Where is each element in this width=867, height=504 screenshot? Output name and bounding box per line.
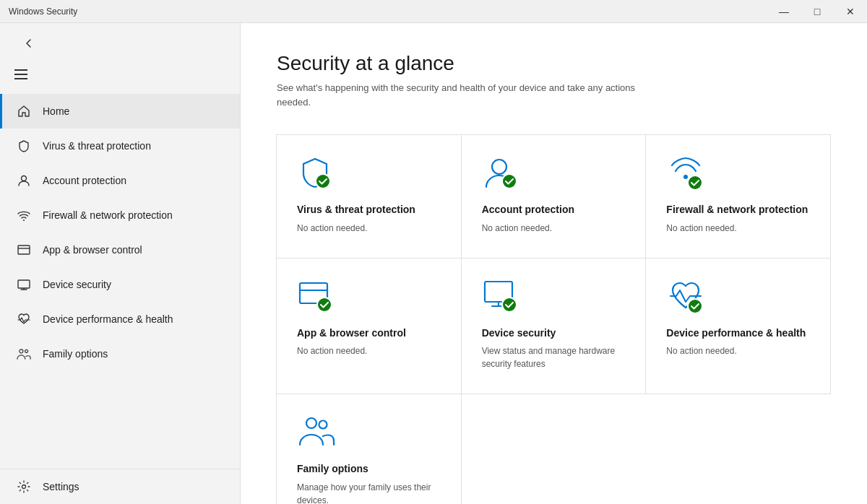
svg-point-21 <box>318 298 331 311</box>
svg-rect-4 <box>18 280 30 288</box>
card-family-desc: Manage how your family uses their device… <box>297 481 441 504</box>
browser-icon <box>17 243 31 257</box>
card-family-title: Family options <box>297 462 441 477</box>
card-virus-title: Virus & threat protection <box>297 203 441 217</box>
svg-point-12 <box>492 160 506 174</box>
sidebar-bottom: Settings <box>0 469 240 504</box>
sidebar-item-settings[interactable]: Settings <box>0 469 240 504</box>
card-app-browser-title: App & browser control <box>297 326 441 341</box>
card-device-security-desc: View status and manage hardware security… <box>482 344 626 370</box>
page-title: Security at a glance <box>277 52 831 75</box>
card-icon-virus <box>297 155 335 193</box>
card-virus[interactable]: Virus & threat protection No action need… <box>276 134 462 258</box>
svg-point-7 <box>20 349 23 353</box>
home-icon <box>17 104 31 118</box>
card-firewall[interactable]: Firewall & network protection No action … <box>645 134 831 258</box>
sidebar-item-device-health-label: Device performance & health <box>43 313 173 325</box>
card-icon-device-security <box>482 279 519 316</box>
card-device-health-title: Device performance & health <box>666 326 810 341</box>
window-controls: — □ ✕ <box>767 0 867 23</box>
sidebar-item-account-label: Account protection <box>43 175 126 186</box>
sidebar-item-family-label: Family options <box>43 348 108 360</box>
sidebar-item-app-browser-label: App & browser control <box>43 244 142 256</box>
card-device-health[interactable]: Device performance & health No action ne… <box>645 258 831 395</box>
health-icon <box>17 312 31 326</box>
sidebar-item-virus[interactable]: Virus & threat protection <box>0 129 240 163</box>
card-device-health-desc: No action needed. <box>666 344 810 357</box>
svg-point-9 <box>22 485 26 489</box>
svg-point-29 <box>306 418 316 428</box>
titlebar: Windows Security — □ ✕ <box>0 0 867 23</box>
person-icon <box>17 173 31 188</box>
app-body: Home Virus & threat protection <box>0 23 867 504</box>
nav-menu: Home Virus & threat protection <box>0 94 240 371</box>
sidebar-item-home-label: Home <box>43 105 69 117</box>
device-icon <box>17 277 31 292</box>
svg-point-28 <box>689 300 702 313</box>
sidebar-item-device-security-label: Device security <box>43 279 111 290</box>
hamburger-button[interactable] <box>12 66 30 82</box>
svg-point-30 <box>319 421 327 429</box>
app-title: Windows Security <box>9 6 77 17</box>
sidebar-item-app-browser[interactable]: App & browser control <box>0 233 240 267</box>
card-app-browser-desc: No action needed. <box>297 344 441 357</box>
sidebar-item-device-health[interactable]: Device performance & health <box>0 302 240 336</box>
svg-point-17 <box>689 176 702 189</box>
svg-point-11 <box>316 175 329 188</box>
sidebar-item-settings-label: Settings <box>43 481 79 492</box>
card-account-desc: No action needed. <box>482 222 626 235</box>
page-subtitle: See what's happening with the security a… <box>277 81 652 109</box>
card-icon-firewall <box>666 155 704 193</box>
card-icon-account <box>482 155 519 193</box>
card-firewall-desc: No action needed. <box>666 222 810 235</box>
card-family[interactable]: Family options Manage how your family us… <box>276 394 462 504</box>
card-account-title: Account protection <box>482 203 626 217</box>
sidebar-item-account[interactable]: Account protection <box>0 163 240 198</box>
card-account[interactable]: Account protection No action needed. <box>461 134 647 258</box>
card-icon-app-browser <box>297 279 335 316</box>
card-virus-desc: No action needed. <box>297 222 441 235</box>
maximize-button[interactable]: □ <box>801 0 834 23</box>
sidebar-item-family[interactable]: Family options <box>0 336 240 371</box>
card-firewall-title: Firewall & network protection <box>666 203 810 217</box>
shield-icon <box>17 139 31 153</box>
card-icon-family <box>297 414 335 452</box>
close-button[interactable]: ✕ <box>834 0 867 23</box>
svg-rect-2 <box>18 246 30 254</box>
svg-point-8 <box>25 349 28 352</box>
svg-point-26 <box>503 298 516 311</box>
svg-point-1 <box>23 220 25 221</box>
cards-grid: Virus & threat protection No action need… <box>277 135 831 504</box>
back-button[interactable] <box>12 32 46 55</box>
main-content: Security at a glance See what's happenin… <box>241 23 867 504</box>
card-app-browser[interactable]: App & browser control No action needed. <box>276 258 462 395</box>
wifi-icon <box>17 208 31 222</box>
sidebar-item-firewall-label: Firewall & network protection <box>43 209 173 221</box>
sidebar-item-device-security[interactable]: Device security <box>0 267 240 302</box>
svg-point-15 <box>683 175 688 179</box>
sidebar-item-home[interactable]: Home <box>0 94 240 129</box>
gear-icon <box>17 479 31 494</box>
sidebar-top <box>0 23 240 64</box>
sidebar-item-virus-label: Virus & threat protection <box>43 140 151 152</box>
family-icon <box>17 347 31 361</box>
sidebar: Home Virus & threat protection <box>0 23 241 504</box>
card-device-security[interactable]: Device security View status and manage h… <box>461 258 647 395</box>
minimize-button[interactable]: — <box>767 0 801 23</box>
card-device-security-title: Device security <box>482 326 626 341</box>
sidebar-item-firewall[interactable]: Firewall & network protection <box>0 198 240 233</box>
card-icon-device-health <box>666 279 704 316</box>
svg-point-0 <box>22 176 27 181</box>
svg-point-14 <box>503 175 516 188</box>
